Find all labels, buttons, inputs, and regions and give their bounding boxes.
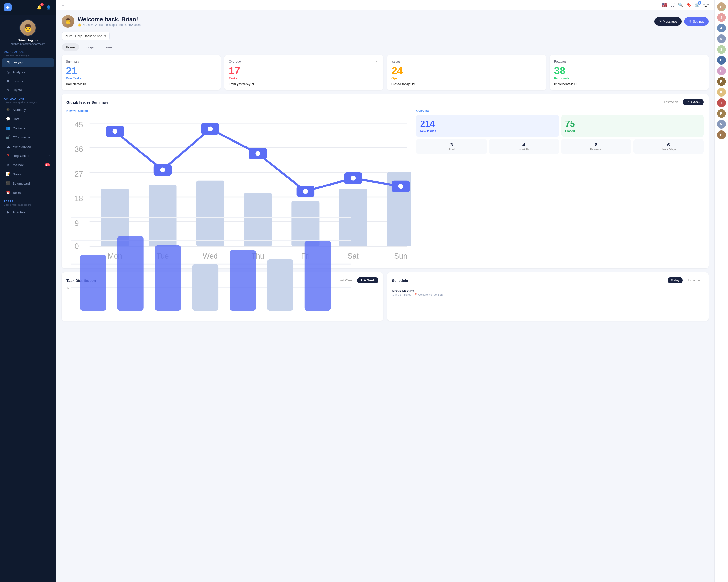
project-selector[interactable]: ACME Corp. Backend App ▾ <box>62 32 110 40</box>
rail-avatar-10[interactable]: P <box>717 109 726 118</box>
card-summary-header: Summary ⋮ <box>66 59 216 64</box>
rail-avatar-letter-m1[interactable]: M <box>717 34 726 43</box>
card-issues-menu[interactable]: ⋮ <box>537 59 542 64</box>
card-overdue-header: Overdue ⋮ <box>229 59 379 64</box>
rail-avatar-2[interactable]: A <box>717 24 726 32</box>
task-dist-chart: 40 <box>67 286 378 311</box>
rail-avatar-12[interactable]: B <box>717 131 726 139</box>
cart-icon[interactable]: 🛒 5 <box>695 2 700 7</box>
chevron-right-icon: › <box>49 155 50 157</box>
rail-avatar-letter-m2[interactable]: M <box>717 120 726 129</box>
notification-bell-icon[interactable]: 🔔 3 <box>36 4 43 11</box>
sidebar-item-ecommerce[interactable]: 🛒 ECommerce › <box>2 133 54 142</box>
rail-avatar-0[interactable]: B <box>717 2 726 11</box>
sidebar-item-label: Scrumboard <box>12 182 30 185</box>
card-overdue-menu[interactable]: ⋮ <box>374 59 379 64</box>
sidebar-item-label: Mailbox <box>12 163 24 167</box>
github-toggle-lastweek[interactable]: Last Week <box>660 99 681 105</box>
sidebar-item-label: Contacts <box>12 126 25 130</box>
card-features-menu[interactable]: ⋮ <box>700 59 704 64</box>
mini-reopened-label: Re-opened <box>563 148 629 151</box>
card-features-title: Features <box>554 60 567 63</box>
sidebar-item-project[interactable]: ☑ Project <box>2 58 54 67</box>
card-summary-stat: Completed: 13 <box>66 82 216 86</box>
schedule-tomorrow[interactable]: Tomorrow <box>684 277 704 283</box>
topbar-right: 🇺🇸 ⛶ 🔍 🔖 🛒 5 💬 <box>662 2 709 7</box>
schedule-today[interactable]: Today <box>668 277 683 283</box>
github-section-header: Github Issues Summary Last Week This Wee… <box>67 99 704 105</box>
sidebar-item-analytics[interactable]: ◷ Analytics <box>2 68 54 76</box>
section-label-applications: APPLICATIONS <box>0 94 56 101</box>
sidebar-item-chat[interactable]: 💬 Chat <box>2 114 54 123</box>
welcome-left: 👨 Welcome back, Brian! 🔔 You have 2 new … <box>62 15 140 28</box>
mini-card-fixed: 3 Fixed <box>416 139 487 154</box>
settings-button[interactable]: ⚙ Settings <box>684 17 709 26</box>
hamburger-menu-icon[interactable]: ≡ <box>62 2 64 7</box>
fullscreen-icon[interactable]: ⛶ <box>671 3 675 7</box>
svg-rect-52 <box>118 236 144 311</box>
sidebar-item-mailbox[interactable]: ✉ Mailbox 27 <box>2 161 54 169</box>
sidebar-item-academy[interactable]: 🎓 Academy <box>2 105 54 114</box>
bottom-row: Task Distribution Last Week This Week 40 <box>62 272 709 321</box>
sidebar-item-label: Activities <box>12 211 25 214</box>
schedule-card: Schedule Today Tomorrow Group Meeting ⏱ … <box>387 272 709 321</box>
sidebar-item-scrumboard[interactable]: ⬛ Scrumboard <box>2 179 54 188</box>
tab-team[interactable]: Team <box>100 44 116 51</box>
user-circle-icon[interactable]: 👤 <box>45 4 52 11</box>
overview-mini-cards: 3 Fixed 4 Won't Fix 8 Re-opened 6 <box>416 139 704 154</box>
project-icon: ☑ <box>6 61 10 65</box>
search-icon[interactable]: 🔍 <box>678 2 683 7</box>
card-summary-menu[interactable]: ⋮ <box>212 59 216 64</box>
sidebar-item-activities[interactable]: ▶ Activities <box>2 208 54 217</box>
mini-card-wontfix: 4 Won't Fix <box>489 139 559 154</box>
section-sub-pages: Custom made page designs <box>0 204 56 207</box>
sidebar-item-helpcenter[interactable]: ❓ Help Center › <box>2 151 54 160</box>
mini-needstriage-label: Needs Triage <box>635 148 702 151</box>
svg-text:Sun: Sun <box>394 252 407 260</box>
chevron-right-icon[interactable]: › <box>703 290 704 295</box>
activities-icon: ▶ <box>6 210 10 214</box>
sidebar-item-filemanager[interactable]: ☁ File Manager <box>2 142 54 151</box>
rail-avatar-6[interactable]: L <box>717 66 726 75</box>
flag-icon[interactable]: 🇺🇸 <box>662 2 667 7</box>
svg-point-27 <box>207 126 213 132</box>
sidebar-item-crypto[interactable]: $ Crypto <box>2 86 54 94</box>
sidebar: ◆ 🔔 3 👤 👨 Brian Hughes hughes.brian@comp… <box>0 0 56 582</box>
svg-point-39 <box>397 183 404 190</box>
rail-avatar-9[interactable]: T <box>717 99 726 107</box>
card-summary-label: Due Tasks <box>66 76 216 80</box>
github-toggle-thisweek[interactable]: This Week <box>683 99 704 105</box>
messages-icon[interactable]: 💬 <box>703 2 709 7</box>
sidebar-item-contacts[interactable]: 👥 Contacts <box>2 124 54 132</box>
rail-avatar-8[interactable]: K <box>717 88 726 96</box>
task-dist-thisweek[interactable]: This Week <box>357 277 378 283</box>
chat-icon: 💬 <box>6 117 10 121</box>
schedule-item: Group Meeting ⏱ in 32 minutes 📍 Conferen… <box>392 286 704 299</box>
rail-avatar-5[interactable]: D <box>717 56 726 64</box>
sidebar-item-tasks[interactable]: ⏰ Tasks <box>2 188 54 197</box>
section-label-pages: PAGES <box>0 197 56 204</box>
schedule-item-left: Group Meeting ⏱ in 32 minutes 📍 Conferen… <box>392 289 443 296</box>
mini-card-needstriage: 6 Needs Triage <box>633 139 704 154</box>
overview-new-issues-card: 214 New Issues <box>416 115 558 137</box>
rail-avatar-4[interactable]: S <box>717 45 726 54</box>
welcome-header: 👨 Welcome back, Brian! 🔔 You have 2 new … <box>62 15 709 28</box>
section-sub-applications: Custom made application designs <box>0 101 56 105</box>
tab-budget[interactable]: Budget <box>80 44 99 51</box>
academy-icon: 🎓 <box>6 107 10 112</box>
chevron-down-icon: ▾ <box>104 34 106 38</box>
mini-fixed-number: 3 <box>418 142 485 148</box>
messages-button[interactable]: ✉ Messages <box>654 17 682 26</box>
rail-avatar-1[interactable]: J <box>717 13 726 22</box>
welcome-text: Welcome back, Brian! 🔔 You have 2 new me… <box>78 16 140 27</box>
section-label-dashboards: DASHBOARDS <box>0 48 56 54</box>
app-logo[interactable]: ◆ <box>4 3 11 11</box>
svg-text:27: 27 <box>75 170 83 178</box>
card-summary-number: 21 <box>66 66 216 76</box>
bookmark-icon[interactable]: 🔖 <box>686 2 692 7</box>
sidebar-item-notes[interactable]: 📝 Notes <box>2 170 54 178</box>
tab-home[interactable]: Home <box>62 44 79 51</box>
welcome-avatar: 👨 <box>62 15 74 28</box>
rail-avatar-7[interactable]: R <box>717 77 726 86</box>
sidebar-item-finance[interactable]: ₿ Finance <box>2 77 54 85</box>
